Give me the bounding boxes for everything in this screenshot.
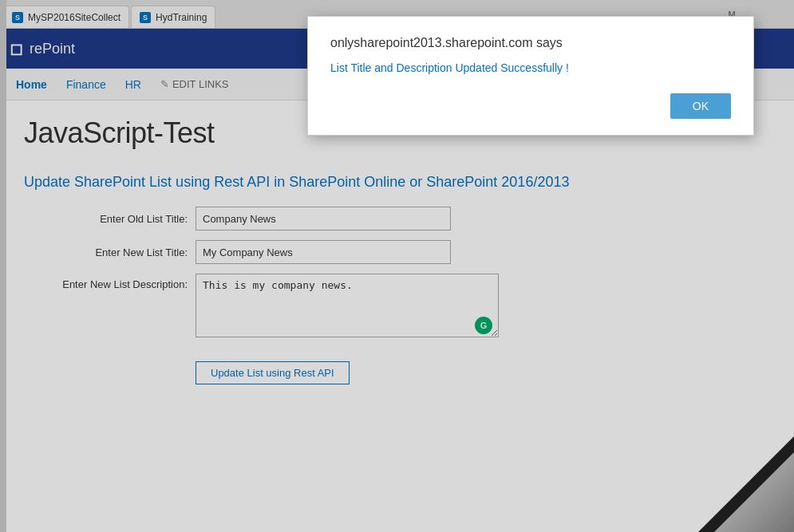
dialog-actions: OK bbox=[330, 93, 731, 119]
alert-dialog: onlysharepoint2013.sharepoint.com says L… bbox=[307, 16, 754, 136]
dialog-title: onlysharepoint2013.sharepoint.com says bbox=[330, 36, 731, 50]
dialog-message: List Title and Description Updated Succe… bbox=[330, 61, 731, 74]
dialog-ok-button[interactable]: OK bbox=[670, 93, 731, 119]
